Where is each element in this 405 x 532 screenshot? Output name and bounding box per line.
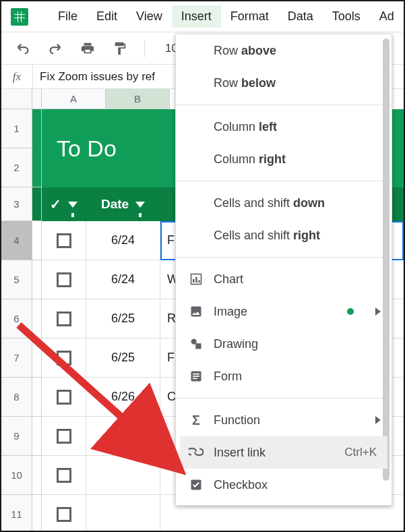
svg-rect-8 <box>193 376 199 377</box>
menu-cells-down[interactable]: Cells and shift down <box>176 187 392 219</box>
label: Function <box>214 413 260 427</box>
menu-insert-link[interactable]: Insert link Ctrl+K <box>180 436 387 469</box>
row-header-10[interactable]: 10 <box>1 456 32 495</box>
checkbox-cell[interactable] <box>42 260 86 299</box>
menu-form[interactable]: Form <box>176 360 392 392</box>
svg-rect-3 <box>198 280 200 283</box>
date-cell[interactable]: 6/26 <box>86 378 160 417</box>
label: Row above <box>214 44 276 58</box>
menus: File Edit View Insert Format Data Tools … <box>49 5 404 28</box>
filter-icon[interactable] <box>135 202 145 208</box>
form-icon <box>188 368 204 384</box>
checkbox-icon <box>188 477 204 493</box>
date-cell[interactable]: 6/25 <box>86 299 160 338</box>
select-all-corner[interactable] <box>1 89 32 109</box>
fx-label: fx <box>1 70 32 84</box>
checkbox-cell[interactable] <box>42 299 86 338</box>
row-header-9[interactable]: 9 <box>1 417 32 456</box>
checkbox-cell[interactable] <box>42 338 86 378</box>
link-icon <box>188 444 204 461</box>
undo-icon[interactable] <box>15 40 31 57</box>
row-header-4[interactable]: 4 <box>1 221 32 260</box>
print-icon[interactable] <box>80 40 96 57</box>
menu-image[interactable]: Image <box>176 295 392 328</box>
checkbox-cell[interactable] <box>42 378 86 417</box>
date-cell[interactable]: 6/25 <box>86 338 160 378</box>
col-header-b[interactable]: B <box>106 89 170 109</box>
menu-insert[interactable]: Insert <box>172 5 221 28</box>
sigma-icon: Σ <box>188 412 204 428</box>
date-cell[interactable]: 6/24 <box>86 260 160 299</box>
image-icon <box>188 303 204 320</box>
checkbox-icon[interactable] <box>57 312 71 326</box>
menu-data[interactable]: Data <box>278 5 323 28</box>
menubar: File Edit View Insert Format Data Tools … <box>1 1 404 32</box>
label: Image <box>214 305 247 319</box>
label: Chart <box>214 272 243 287</box>
row-header-3[interactable]: 3 <box>1 187 32 221</box>
date-cell[interactable] <box>86 456 160 495</box>
checkbox-icon[interactable] <box>57 429 71 444</box>
label: Column right <box>214 152 286 167</box>
checkbox-cell[interactable] <box>42 417 86 456</box>
label: Row below <box>214 76 276 90</box>
row-header-8[interactable]: 8 <box>1 378 32 417</box>
submenu-arrow-icon <box>375 416 381 424</box>
menu-edit[interactable]: Edit <box>87 5 127 28</box>
menu-row-below[interactable]: Row below <box>176 67 392 99</box>
checkbox-cell[interactable] <box>42 495 86 532</box>
menu-view[interactable]: View <box>127 5 172 28</box>
row-header-1[interactable]: 1 <box>1 109 32 148</box>
date-cell[interactable] <box>86 495 160 532</box>
checkbox-icon[interactable] <box>57 507 71 522</box>
menu-function[interactable]: Σ Function <box>176 404 392 436</box>
svg-rect-9 <box>193 378 197 380</box>
date-cell[interactable] <box>86 417 160 456</box>
menu-format[interactable]: Format <box>221 5 278 28</box>
checkbox-icon[interactable] <box>57 233 71 248</box>
checkbox-cell[interactable] <box>42 456 86 495</box>
row-header-6[interactable]: 6 <box>1 299 32 338</box>
drawing-icon <box>188 336 204 352</box>
menu-cells-right[interactable]: Cells and shift right <box>176 219 392 252</box>
menu-column-right[interactable]: Column right <box>176 143 392 175</box>
label: Insert link <box>214 446 266 460</box>
shortcut-label: Ctrl+K <box>344 446 377 459</box>
row-header-7[interactable]: 7 <box>1 338 32 378</box>
svg-rect-1 <box>193 279 195 283</box>
menu-row-above[interactable]: Row above <box>176 34 392 67</box>
redo-icon[interactable] <box>47 40 63 57</box>
menu-checkbox[interactable]: Checkbox <box>176 469 392 501</box>
svg-rect-7 <box>193 374 199 375</box>
label: Cells and shift down <box>214 196 325 210</box>
row-header-2[interactable]: 2 <box>1 148 32 187</box>
svg-rect-2 <box>195 277 197 283</box>
filter-icon[interactable] <box>68 202 77 208</box>
menu-tools[interactable]: Tools <box>323 5 370 28</box>
checkbox-cell[interactable] <box>42 221 86 260</box>
menu-column-left[interactable]: Column left <box>176 111 392 143</box>
label: Column left <box>214 120 277 134</box>
row-header-11[interactable]: 11 <box>1 495 32 532</box>
label: Form <box>214 370 242 384</box>
label: Checkbox <box>214 478 268 492</box>
date-header-label: Date <box>101 197 129 212</box>
checkbox-icon[interactable] <box>57 351 71 365</box>
insert-menu-dropdown: Row above Row below Column left Column r… <box>175 34 392 506</box>
submenu-arrow-icon <box>375 307 381 316</box>
date-cell[interactable]: 6/24 <box>86 221 160 260</box>
col-check-header[interactable] <box>42 187 86 221</box>
menu-chart[interactable]: Chart <box>176 263 392 295</box>
checkbox-icon[interactable] <box>57 468 71 483</box>
col-header-a[interactable]: A <box>42 89 106 109</box>
paint-format-icon[interactable] <box>112 40 128 57</box>
sheets-logo-icon <box>11 8 28 26</box>
row-header-5[interactable]: 5 <box>1 260 32 299</box>
menu-addons[interactable]: Ad <box>370 5 404 28</box>
label: Drawing <box>214 337 258 351</box>
menu-file[interactable]: File <box>49 5 87 28</box>
col-date-header[interactable]: Date <box>86 187 160 221</box>
checkbox-icon[interactable] <box>57 272 71 287</box>
checkbox-icon[interactable] <box>57 390 71 405</box>
menu-drawing[interactable]: Drawing <box>176 328 392 360</box>
